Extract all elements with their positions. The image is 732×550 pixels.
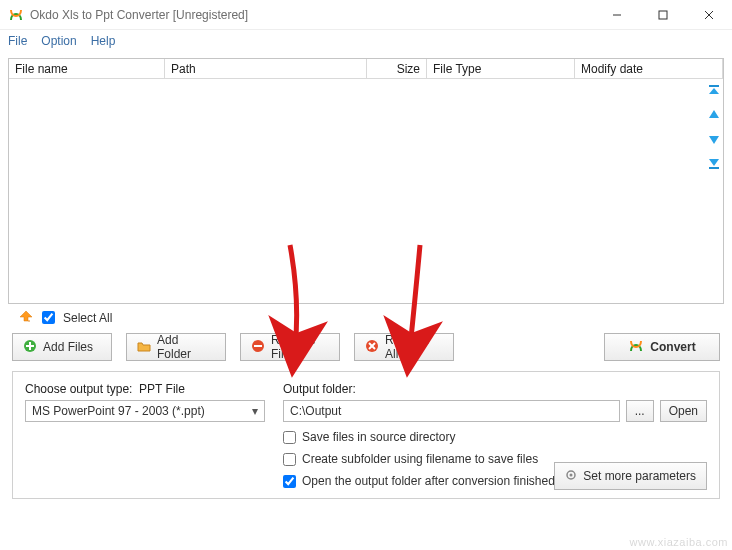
remove-all-label: Remove All bbox=[385, 333, 443, 361]
svg-point-19 bbox=[570, 473, 573, 476]
menu-help[interactable]: Help bbox=[91, 34, 116, 48]
select-all-checkbox[interactable] bbox=[42, 311, 55, 324]
svg-marker-7 bbox=[709, 136, 719, 144]
output-folder-input[interactable]: C:\Output bbox=[283, 400, 620, 422]
window-controls bbox=[594, 0, 732, 29]
file-list-body[interactable] bbox=[9, 79, 723, 303]
output-type-value: MS PowerPoint 97 - 2003 (*.ppt) bbox=[32, 404, 205, 418]
remove-all-button[interactable]: Remove All bbox=[354, 333, 454, 361]
menu-file[interactable]: File bbox=[8, 34, 27, 48]
convert-label: Convert bbox=[650, 340, 695, 354]
set-more-parameters-button[interactable]: Set more parameters bbox=[554, 462, 707, 490]
save-in-source-checkbox[interactable] bbox=[283, 431, 296, 444]
move-down-button[interactable] bbox=[704, 130, 724, 148]
col-filename[interactable]: File name bbox=[9, 59, 165, 78]
move-up-button[interactable] bbox=[704, 106, 724, 124]
select-all-label[interactable]: Select All bbox=[63, 311, 112, 325]
output-type-select[interactable]: MS PowerPoint 97 - 2003 (*.ppt) ▾ bbox=[25, 400, 265, 422]
remove-file-button[interactable]: Remove File bbox=[240, 333, 340, 361]
move-top-button[interactable] bbox=[704, 82, 724, 100]
window-title: Okdo Xls to Ppt Converter [Unregistered] bbox=[30, 8, 248, 22]
col-size[interactable]: Size bbox=[367, 59, 427, 78]
minus-icon bbox=[251, 339, 265, 356]
col-modify[interactable]: Modify date bbox=[575, 59, 723, 78]
plus-icon bbox=[23, 339, 37, 356]
col-path[interactable]: Path bbox=[165, 59, 367, 78]
gear-icon bbox=[565, 469, 577, 484]
add-files-label: Add Files bbox=[43, 340, 93, 354]
convert-icon bbox=[628, 338, 644, 357]
file-list[interactable]: File name Path Size File Type Modify dat… bbox=[8, 58, 724, 304]
set-more-label: Set more parameters bbox=[583, 469, 696, 483]
output-folder-label: Output folder: bbox=[283, 382, 707, 396]
folder-icon bbox=[137, 339, 151, 356]
open-after-label[interactable]: Open the output folder after conversion … bbox=[302, 474, 555, 488]
menu-option[interactable]: Option bbox=[41, 34, 76, 48]
svg-marker-6 bbox=[709, 110, 719, 118]
add-files-button[interactable]: Add Files bbox=[12, 333, 112, 361]
create-subfolder-label[interactable]: Create subfolder using filename to save … bbox=[302, 452, 538, 466]
title-bar: Okdo Xls to Ppt Converter [Unregistered] bbox=[0, 0, 732, 30]
output-type-label: Choose output type: PPT File bbox=[25, 382, 265, 396]
svg-rect-1 bbox=[659, 11, 667, 19]
svg-marker-5 bbox=[709, 88, 719, 94]
col-filetype[interactable]: File Type bbox=[427, 59, 575, 78]
output-panel: Choose output type: PPT File MS PowerPoi… bbox=[12, 371, 720, 499]
app-icon bbox=[8, 7, 24, 23]
add-folder-label: Add Folder bbox=[157, 333, 215, 361]
browse-button[interactable]: ... bbox=[626, 400, 654, 422]
menu-bar: File Option Help bbox=[0, 30, 732, 52]
maximize-button[interactable] bbox=[640, 0, 686, 29]
minimize-button[interactable] bbox=[594, 0, 640, 29]
close-button[interactable] bbox=[686, 0, 732, 29]
up-arrow-icon bbox=[18, 308, 34, 327]
svg-marker-8 bbox=[709, 159, 719, 166]
open-folder-button[interactable]: Open bbox=[660, 400, 707, 422]
x-icon bbox=[365, 339, 379, 356]
open-after-checkbox[interactable] bbox=[283, 475, 296, 488]
file-list-header: File name Path Size File Type Modify dat… bbox=[9, 59, 723, 79]
remove-file-label: Remove File bbox=[271, 333, 329, 361]
convert-button[interactable]: Convert bbox=[604, 333, 720, 361]
watermark: www.xiazaiba.com bbox=[630, 536, 728, 548]
add-folder-button[interactable]: Add Folder bbox=[126, 333, 226, 361]
create-subfolder-checkbox[interactable] bbox=[283, 453, 296, 466]
save-in-source-label[interactable]: Save files in source directory bbox=[302, 430, 455, 444]
move-bottom-button[interactable] bbox=[704, 154, 724, 172]
chevron-down-icon: ▾ bbox=[252, 404, 258, 418]
